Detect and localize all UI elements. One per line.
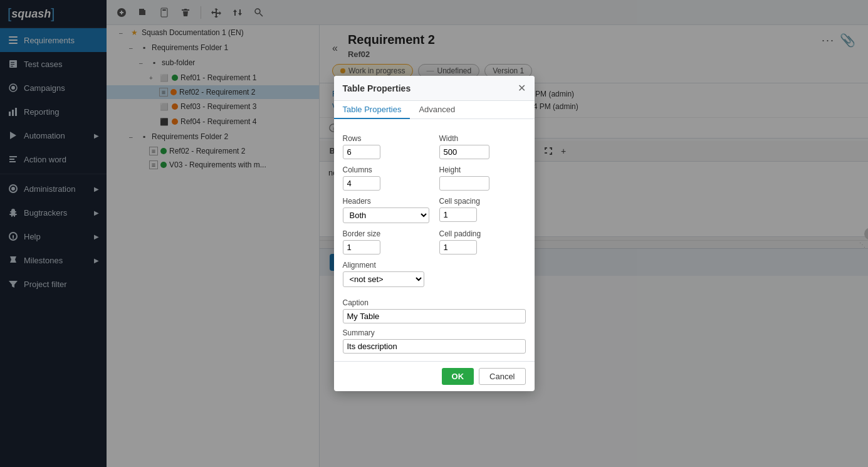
spacer [343,293,526,298]
form-group-summary: Summary [343,328,526,354]
form-group-cell-padding: Cell padding [439,229,526,254]
width-label: Width [439,134,526,143]
rows-input[interactable] [343,145,380,159]
modal-tab-table-properties[interactable]: Table Properties [334,101,410,119]
form-group-height: Height [439,165,526,191]
form-row-rows-width: Rows Width [343,134,526,159]
cell-spacing-label: Cell spacing [439,197,526,206]
alignment-select[interactable]: <not set> Left Center Right [343,271,424,287]
cell-spacing-input[interactable] [439,207,477,222]
tab-label-advanced: Advanced [419,105,455,114]
form-group-width: Width [439,134,526,159]
caption-label: Caption [343,298,526,307]
summary-label: Summary [343,328,526,337]
modal-overlay[interactable]: Table Properties ✕ Table Properties Adva… [0,0,868,467]
cancel-modal-label: Cancel [489,372,515,381]
ok-label: OK [452,372,464,381]
width-input[interactable] [439,145,489,159]
height-label: Height [439,165,526,174]
modal-body: Rows Width Columns Height [334,127,535,361]
modal-header: Table Properties ✕ [334,76,535,101]
height-input[interactable] [439,176,489,191]
alignment-label: Alignment [343,261,526,270]
border-size-input[interactable] [343,240,380,254]
modal-close-button[interactable]: ✕ [518,82,526,94]
form-group-columns: Columns [343,165,429,191]
modal-footer: OK Cancel [334,361,535,391]
form-group-caption: Caption [343,298,526,323]
tab-label-table-properties: Table Properties [343,105,402,114]
form-group-alignment: Alignment <not set> Left Center Right [343,261,526,287]
form-group-rows: Rows [343,134,429,159]
rows-label: Rows [343,134,429,143]
form-row-headers-cellspacing: Headers None First row First column Both… [343,197,526,223]
modal-tabs: Table Properties Advanced [334,101,535,119]
form-group-cell-spacing: Cell spacing [439,197,526,223]
ok-button[interactable]: OK [442,368,474,385]
modal-cancel-button[interactable]: Cancel [479,368,525,385]
caption-input[interactable] [343,309,526,323]
table-properties-modal: Table Properties ✕ Table Properties Adva… [334,76,535,391]
cell-padding-input[interactable] [439,240,477,254]
cell-padding-label: Cell padding [439,229,526,238]
form-row-alignment: Alignment <not set> Left Center Right [343,261,526,287]
form-group-headers: Headers None First row First column Both [343,197,429,223]
form-group-border-size: Border size [343,229,429,254]
border-size-label: Border size [343,229,429,238]
modal-tab-advanced[interactable]: Advanced [410,101,464,119]
columns-label: Columns [343,165,429,174]
headers-select[interactable]: None First row First column Both [343,207,429,223]
summary-input[interactable] [343,339,526,354]
columns-input[interactable] [343,176,380,191]
form-row-border-padding: Border size Cell padding [343,229,526,254]
headers-label: Headers [343,197,429,206]
form-row-columns-height: Columns Height [343,165,526,191]
modal-title: Table Properties [343,83,411,93]
